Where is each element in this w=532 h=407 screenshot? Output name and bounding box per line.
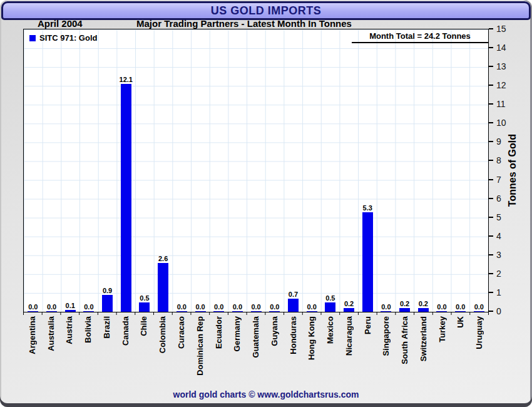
x-axis-label: Peru [364, 316, 372, 334]
y-tick-mark [489, 103, 493, 105]
bar-value-label: 0.5 [140, 294, 149, 302]
bar-value-label: 0.0 [474, 303, 484, 311]
y-axis-title-wrap: Tonnes of Gold [504, 29, 521, 312]
x-axis-label-slot: UK [452, 316, 471, 386]
bar-slot: 0.0 [265, 29, 284, 312]
x-axis-label-slot: Bolivia [79, 316, 98, 386]
x-axis-label-slot: Chile [135, 316, 154, 386]
x-axis-label-slot: Hong Kong [302, 316, 321, 386]
bar-value-label: 0.2 [419, 300, 428, 307]
legend: SITC 971: Gold [29, 33, 97, 43]
bar-value-label: 0.1 [66, 302, 75, 309]
x-axis-label: Germany [233, 316, 242, 351]
bar-slot: 0.7 [284, 29, 303, 312]
x-axis-label-slot: Austria [61, 316, 79, 386]
bar-slot: 0.5 [135, 29, 154, 312]
bar [288, 299, 299, 312]
x-axis-label-slot: Mexico [321, 316, 340, 386]
y-tick-mark [489, 85, 493, 86]
bar-slot: 0.2 [414, 29, 432, 312]
x-axis-label: Switzerland [419, 316, 428, 361]
bar-value-label: 0.9 [103, 287, 112, 294]
bar-value-label: 0.2 [400, 300, 409, 307]
legend-label: SITC 971: Gold [39, 33, 97, 43]
y-tick-mark [489, 179, 493, 180]
bar-value-label: 0.0 [456, 303, 465, 311]
x-axis-label: Uruguay [475, 316, 484, 349]
x-axis-label-slot: Singapore [377, 316, 396, 386]
y-tick-mark [489, 217, 493, 218]
bar-value-label: 0.0 [195, 303, 205, 311]
bar [158, 263, 168, 312]
x-axis-label: Turkey [438, 316, 447, 343]
x-axis-label-slot: Canada [116, 316, 135, 386]
y-tick-label: 9 [496, 137, 501, 147]
x-axis-label-slot: Turkey [433, 316, 452, 386]
y-tick-label: 1 [496, 287, 501, 297]
bar-slot: 0.5 [321, 29, 340, 312]
x-axis-label: South Africa [401, 316, 409, 364]
y-tick-mark [489, 273, 493, 274]
y-tick-label: 5 [496, 212, 501, 222]
bar-slot: 2.6 [154, 29, 173, 312]
x-axis-label-slot: Germany [228, 316, 247, 386]
bar-slot: 0.0 [24, 29, 43, 312]
bar-slot: 0.0 [470, 29, 489, 312]
bar-value-label: 0.7 [289, 291, 298, 298]
y-tick-label: 6 [496, 193, 501, 204]
y-tick-mark [489, 122, 493, 123]
bar-value-label: 0.0 [84, 303, 93, 311]
x-axis-ticks [23, 312, 489, 315]
bar [121, 84, 131, 312]
bar [139, 302, 150, 312]
bar [102, 295, 113, 312]
x-axis-label: Singapore [382, 316, 391, 356]
x-axis-label: Brazil [103, 316, 111, 338]
x-axis-label-slot: Guyana [265, 316, 284, 386]
bar-value-label: 0.0 [437, 303, 446, 311]
bar-value-label: 0.0 [381, 303, 391, 311]
y-tick-mark [489, 254, 493, 255]
y-tick-mark [489, 66, 493, 67]
window-title-bar: US GOLD IMPORTS [1, 1, 531, 20]
x-axis-label-slot: Colombia [153, 316, 172, 386]
bar-slot: 0.0 [210, 29, 228, 312]
x-axis-label: Guatemala [252, 316, 260, 358]
bar-slot: 0.0 [377, 29, 396, 312]
x-axis-label: Chile [140, 316, 148, 336]
x-axis-label-slot: Switzerland [414, 316, 433, 386]
y-tick-mark [489, 28, 493, 29]
x-axis-label: Dominican Rep [196, 316, 205, 376]
x-axis-label-slot: Honduras [284, 316, 303, 386]
bar-value-label: 0.0 [47, 303, 56, 311]
plot-area: 0.00.00.10.00.912.10.52.60.00.00.00.00.0… [23, 29, 489, 312]
bar-value-label: 5.3 [363, 204, 372, 212]
legend-swatch-icon [29, 35, 36, 41]
y-tick-label: 4 [496, 231, 501, 241]
bar-slot: 0.0 [43, 29, 61, 312]
y-axis-title: Tonnes of Gold [507, 134, 518, 207]
bar-slot: 0.2 [340, 29, 359, 312]
bar-value-label: 0.0 [214, 303, 223, 311]
bar-slot: 0.0 [79, 29, 98, 312]
x-axis-label: UK [456, 316, 465, 328]
month-total-annotation: Month Total = 24.2 Tonnes [352, 29, 488, 43]
page-title: US GOLD IMPORTS [211, 4, 322, 18]
y-tick-label: 2 [496, 269, 501, 279]
y-tick-mark [489, 160, 493, 161]
bar-value-label: 0.0 [270, 303, 279, 311]
x-axis-label: Argentina [28, 316, 37, 354]
x-axis-label: Curacao [177, 316, 186, 349]
bar-value-label: 12.1 [120, 76, 133, 83]
y-tick-mark [489, 198, 493, 199]
x-axis-label-slot: Nicaragua [340, 316, 359, 386]
y-tick-label: 3 [496, 250, 501, 260]
x-axis-label: Ecuador [215, 316, 223, 349]
x-axis-label: Bolivia [84, 316, 93, 343]
y-tick-mark [489, 292, 493, 293]
y-tick-mark [489, 47, 493, 48]
x-axis-label-slot: Brazil [98, 316, 116, 386]
x-axis-labels: ArgentinaAustraliaAustriaBoliviaBrazilCa… [23, 316, 489, 386]
y-tick-mark [489, 141, 493, 142]
x-axis-label: Guyana [270, 316, 279, 346]
